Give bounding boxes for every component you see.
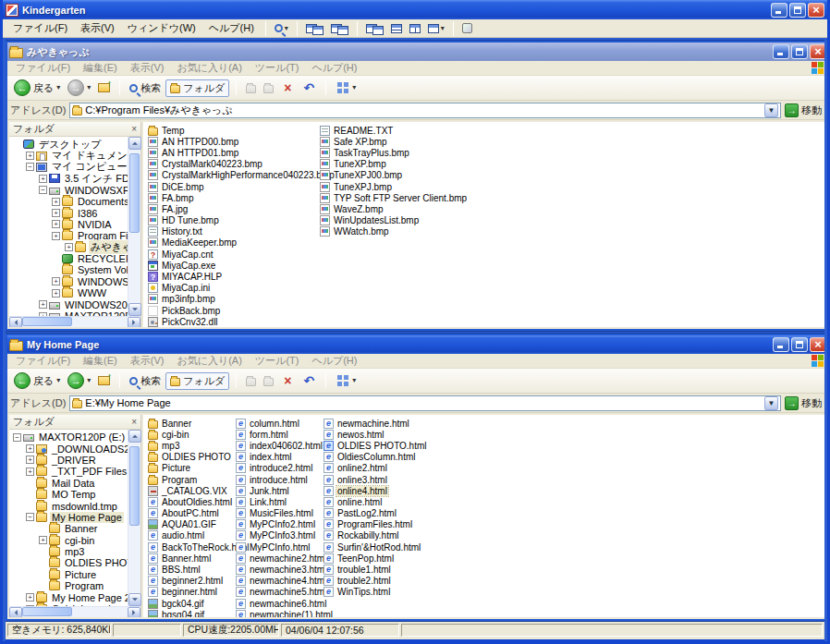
tree-expander[interactable]: − (26, 163, 34, 171)
go-button[interactable]: →移動 (785, 103, 824, 117)
menu-item[interactable]: ウィンドウ(W) (121, 19, 202, 37)
arrange-windows-button[interactable]: ▾ (424, 23, 448, 34)
file-item[interactable]: OLDIES PHOTO.html (323, 440, 824, 451)
file-item[interactable]: AQUA01.GIF (148, 519, 236, 530)
menu-item[interactable]: ツール(T) (249, 352, 306, 370)
menu-item[interactable]: ヘルプ(H) (305, 352, 363, 370)
up-button[interactable] (95, 374, 113, 387)
move-to-button[interactable] (243, 81, 259, 95)
file-item[interactable]: online3.html (323, 474, 824, 485)
file-item[interactable]: _CATALOG.VIX (148, 485, 236, 496)
file-item[interactable]: Program (148, 474, 236, 485)
tree-expander[interactable]: + (52, 277, 60, 286)
file-item[interactable]: MiyaCap.exe (148, 260, 320, 271)
file-item[interactable]: newmachine6.html (236, 598, 323, 609)
tree-item[interactable]: MO Temp (9, 489, 128, 500)
child-titlebar[interactable]: みやきゃっぷ (7, 43, 824, 61)
file-item[interactable]: TuneXPJ.bmp (320, 181, 824, 192)
file-item[interactable]: Picture (148, 463, 236, 474)
tree-item[interactable]: Picture (9, 569, 128, 580)
scroll-down-button[interactable] (128, 303, 141, 316)
file-item[interactable]: newmachine4.html (236, 576, 323, 587)
tree-expander[interactable]: + (65, 243, 73, 251)
delete-button[interactable]: × (278, 79, 297, 97)
folders-button[interactable]: フォルダ (165, 79, 229, 97)
file-item[interactable]: FA.jpg (148, 203, 320, 214)
file-item[interactable]: Temp (148, 125, 320, 136)
file-item[interactable]: bgsq04.gif (148, 609, 236, 617)
close-button[interactable] (808, 3, 824, 18)
menu-item[interactable]: ヘルプ(H) (202, 19, 261, 37)
scrollbar-thumb[interactable] (22, 607, 72, 616)
file-item[interactable]: Link.html (236, 496, 323, 507)
file-item[interactable]: form.html (236, 429, 323, 440)
file-item[interactable]: BackToTheRock.html (148, 541, 236, 553)
file-item[interactable]: MusicFiles.html (236, 508, 323, 519)
close-button[interactable] (810, 337, 824, 352)
file-item[interactable]: OldiesColumn.html (323, 452, 824, 463)
tree-item[interactable]: OLDIES PHOTO (9, 557, 128, 568)
tree-expander[interactable]: + (52, 289, 60, 298)
file-item[interactable]: Surfin'&HotRod.html (323, 541, 824, 553)
close-tree-panel-button[interactable]: × (131, 124, 137, 134)
views-button[interactable]: ▾ (333, 373, 359, 388)
tree-expander[interactable]: + (26, 468, 34, 476)
file-item[interactable]: MyPCInfo.html (236, 541, 323, 553)
minimize-button[interactable] (773, 44, 789, 59)
scroll-left-button[interactable] (9, 317, 22, 327)
file-item[interactable]: CrystalMarkHighPerformance040223.bmp (148, 170, 320, 181)
tree-expander[interactable]: + (52, 232, 60, 240)
new-window-button[interactable] (302, 20, 327, 36)
back-button[interactable]: ←戻る▾ (11, 78, 63, 98)
tree-expander[interactable]: − (39, 186, 47, 194)
file-item[interactable]: beginner.html (148, 587, 236, 598)
file-item[interactable]: trouble1.html (323, 564, 824, 575)
file-item[interactable]: audio.html (148, 530, 236, 541)
tree-item[interactable]: +_DRIVER (9, 455, 128, 466)
menu-item[interactable]: ツール(T) (249, 59, 306, 77)
file-item[interactable]: FA.bmp (148, 192, 320, 203)
menu-item[interactable]: ファイル(F) (9, 352, 77, 370)
file-item[interactable]: README.TXT (320, 125, 824, 136)
delete-button[interactable]: × (278, 371, 297, 390)
file-item[interactable]: AN HTTPD00.bmp (148, 136, 320, 147)
file-item[interactable]: WinTips.html (323, 587, 824, 598)
tree-item[interactable]: −WINDOWSXP (C:) (9, 185, 128, 196)
tree-item[interactable]: Program (9, 580, 128, 591)
tree-item[interactable]: msdownld.tmp (9, 500, 128, 511)
go-button[interactable]: →移動 (785, 396, 824, 410)
minimize-button[interactable] (773, 337, 789, 352)
horizontal-scrollbar[interactable] (9, 606, 140, 617)
file-item[interactable]: MediaKeeper.bmp (148, 237, 320, 249)
menu-item[interactable]: お気に入り(A) (170, 59, 248, 77)
scrollbar-thumb[interactable] (129, 446, 140, 526)
tile-horizontal-button[interactable] (387, 23, 406, 34)
scroll-left-button[interactable] (9, 607, 22, 617)
file-item[interactable]: online4.html (323, 485, 824, 496)
menu-item[interactable]: 表示(V) (124, 59, 171, 77)
file-item[interactable]: AN HTTPD01.bmp (148, 147, 320, 158)
maximize-button[interactable] (791, 44, 808, 59)
file-item[interactable]: trouble2.html (323, 576, 824, 587)
file-item[interactable]: MiyaCap.ini (148, 283, 320, 294)
menu-item[interactable]: 表示(V) (74, 19, 121, 37)
forward-button[interactable]: →▾ (65, 78, 93, 98)
copy-to-button[interactable] (261, 81, 276, 95)
folders-button[interactable]: フォルダ (165, 372, 229, 390)
tree-expander[interactable]: − (26, 513, 34, 521)
scroll-up-button[interactable] (128, 430, 141, 443)
menu-item[interactable]: 表示(V) (124, 352, 171, 370)
file-item[interactable]: AboutOldies.html (148, 496, 236, 507)
tree-expander[interactable]: + (39, 536, 47, 544)
file-item[interactable]: online.html (323, 496, 824, 507)
file-item[interactable]: MiyaCap.cnt (148, 249, 320, 260)
file-item[interactable]: Junk.html (236, 485, 323, 496)
tree-expander[interactable]: + (26, 152, 34, 160)
close-tree-panel-button[interactable]: × (131, 417, 137, 427)
tree-item[interactable]: System Volume Info (9, 264, 128, 275)
cascade-windows-button[interactable] (362, 20, 387, 36)
duplicate-window-button[interactable] (327, 20, 352, 36)
file-item[interactable]: TeenPop.html (323, 553, 824, 564)
file-item[interactable]: Rockabilly.html (323, 530, 824, 541)
file-item[interactable]: TaskTrayPlus.bmp (320, 147, 824, 158)
